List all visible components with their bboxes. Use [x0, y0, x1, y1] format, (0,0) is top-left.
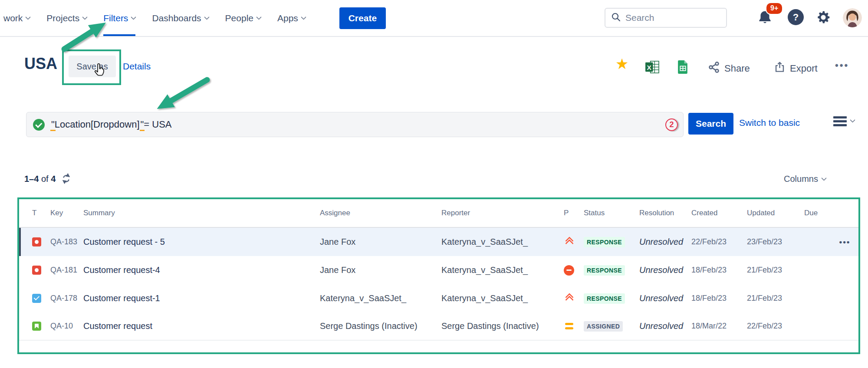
- chevron-down-icon: [821, 175, 827, 181]
- results-of-label: of: [41, 174, 49, 184]
- row-actions-button[interactable]: •••: [839, 237, 851, 247]
- created-cell: 18/Feb/23: [691, 266, 747, 275]
- column-header-key[interactable]: Key: [50, 209, 83, 217]
- column-header-due[interactable]: Due: [804, 209, 831, 217]
- issue-summary-link[interactable]: Customer request-1: [83, 293, 320, 303]
- jql-query-field[interactable]: "Location[Dropdown]"= USA 2: [26, 112, 684, 137]
- assignee-cell: Jane Fox: [320, 265, 441, 275]
- details-link[interactable]: Details: [123, 61, 151, 72]
- column-header-summary[interactable]: Summary: [83, 209, 320, 217]
- help-icon: ?: [793, 12, 799, 23]
- table-body: QA-183 Customer request - 5 Jane Fox Kat…: [19, 228, 858, 341]
- bell-icon: [757, 20, 773, 27]
- updated-cell: 21/Feb/23: [747, 266, 804, 275]
- column-header-assignee[interactable]: Assignee: [320, 209, 441, 217]
- reporter-cell: Kateryna_v_SaaSJet_: [441, 237, 564, 247]
- export-icon: [774, 61, 786, 76]
- annotation-step-badge: 2: [665, 118, 678, 131]
- chevron-down-icon: [204, 14, 210, 20]
- columns-label: Columns: [784, 174, 818, 184]
- nav-item-work[interactable]: work: [3, 0, 30, 36]
- global-search-field[interactable]: [605, 8, 727, 28]
- resolution-cell: Unresolved: [639, 321, 691, 331]
- share-button[interactable]: Share: [708, 61, 750, 76]
- issue-summary-link[interactable]: Customer request - 5: [83, 237, 320, 247]
- nav-item-label: Apps: [277, 13, 298, 23]
- issue-key-link[interactable]: QA-181: [50, 266, 83, 275]
- issue-key-link[interactable]: QA-183: [50, 237, 83, 246]
- nav-item-dashboards[interactable]: Dashboards: [152, 0, 208, 36]
- favorite-star-icon[interactable]: ★: [615, 56, 628, 71]
- jql-options-menu-button[interactable]: [833, 116, 855, 126]
- column-header-reporter[interactable]: Reporter: [441, 209, 564, 217]
- more-actions-button[interactable]: •••: [835, 60, 849, 71]
- column-header-created[interactable]: Created: [691, 209, 747, 217]
- issue-table: TKeySummaryAssigneeReporterPStatusResolu…: [19, 199, 858, 341]
- nav-item-apps[interactable]: Apps: [277, 0, 306, 36]
- refresh-icon: [61, 179, 72, 185]
- settings-button[interactable]: [815, 9, 832, 27]
- status-badge: RESPONSE: [584, 293, 625, 304]
- google-sheets-icon[interactable]: [677, 60, 688, 75]
- chevron-down-icon: [131, 14, 137, 20]
- jql-search-button[interactable]: Search: [688, 113, 733, 135]
- nav-item-label: Filters: [103, 13, 128, 23]
- column-header-t[interactable]: T: [32, 209, 50, 217]
- table-row[interactable]: QA-178 Customer request-1 Kateryna_v_Saa…: [19, 284, 858, 312]
- type-cell: [32, 322, 50, 331]
- switch-to-basic-link[interactable]: Switch to basic: [739, 118, 800, 128]
- chevron-down-icon: [850, 117, 855, 123]
- medium-priority-icon: [564, 321, 575, 332]
- nav-item-people[interactable]: People: [225, 0, 261, 36]
- chevron-down-icon: [256, 14, 262, 20]
- refresh-button[interactable]: [61, 173, 72, 185]
- search-input[interactable]: [625, 13, 721, 23]
- chevron-down-icon: [82, 14, 88, 20]
- nav-item-filters[interactable]: Filters: [103, 0, 135, 36]
- status-badge: RESPONSE: [584, 265, 625, 276]
- table-row[interactable]: QA-181 Customer request-4 Jane Fox Kater…: [19, 256, 858, 284]
- table-row[interactable]: QA-183 Customer request - 5 Jane Fox Kat…: [19, 228, 858, 256]
- help-button[interactable]: ?: [788, 9, 804, 25]
- page-title: USA: [24, 55, 57, 73]
- export-button[interactable]: Export: [774, 61, 818, 76]
- table-row[interactable]: QA-10 Customer request Serge Dastings (I…: [19, 312, 858, 341]
- valid-query-check-icon: [33, 119, 45, 131]
- column-header-updated[interactable]: Updated: [747, 209, 804, 217]
- hamburger-menu-icon: [833, 116, 847, 126]
- create-button[interactable]: Create: [339, 7, 386, 29]
- results-range: 1–4: [24, 174, 39, 184]
- column-header-p[interactable]: P: [564, 209, 584, 217]
- priority-cell: [564, 321, 584, 332]
- jql-operator-value: = USA: [144, 119, 171, 130]
- save-as-button[interactable]: Save as: [69, 56, 116, 77]
- annotation-arrow-jql: [167, 80, 207, 103]
- column-header-status[interactable]: Status: [584, 209, 639, 217]
- issue-summary-link[interactable]: Customer request-4: [83, 265, 320, 275]
- columns-dropdown[interactable]: Columns: [784, 174, 826, 184]
- nav-item-projects[interactable]: Projects: [46, 0, 87, 36]
- table-header-row: TKeySummaryAssigneeReporterPStatusResolu…: [19, 199, 858, 228]
- user-avatar[interactable]: [843, 8, 862, 27]
- status-cell: RESPONSE: [584, 237, 639, 247]
- issue-key-link[interactable]: QA-178: [50, 294, 83, 303]
- assignee-cell: Kateryna_v_SaaSJet_: [320, 293, 441, 303]
- share-label: Share: [724, 63, 750, 74]
- blocker-priority-icon: [564, 265, 574, 276]
- type-cell: [32, 294, 50, 303]
- nav-item-label: Dashboards: [152, 13, 201, 23]
- reporter-cell: Serge Dastings (Inactive): [441, 321, 564, 331]
- priority-cell: [564, 237, 584, 248]
- issue-summary-link[interactable]: Customer request: [83, 321, 320, 331]
- highest-priority-icon: [564, 293, 575, 304]
- gear-icon: [815, 20, 832, 27]
- results-count: 1–4 of 4: [24, 172, 72, 185]
- top-navigation-bar: work Projects Filters Dashboards People …: [0, 0, 868, 37]
- excel-export-icon[interactable]: X: [645, 60, 660, 75]
- notification-count-badge: 9+: [766, 2, 783, 15]
- issue-key-link[interactable]: QA-10: [50, 322, 83, 331]
- task-icon: [32, 294, 41, 303]
- created-cell: 18/Mar/22: [691, 322, 747, 331]
- column-header-resolution[interactable]: Resolution: [639, 209, 691, 217]
- highest-priority-icon: [564, 237, 575, 248]
